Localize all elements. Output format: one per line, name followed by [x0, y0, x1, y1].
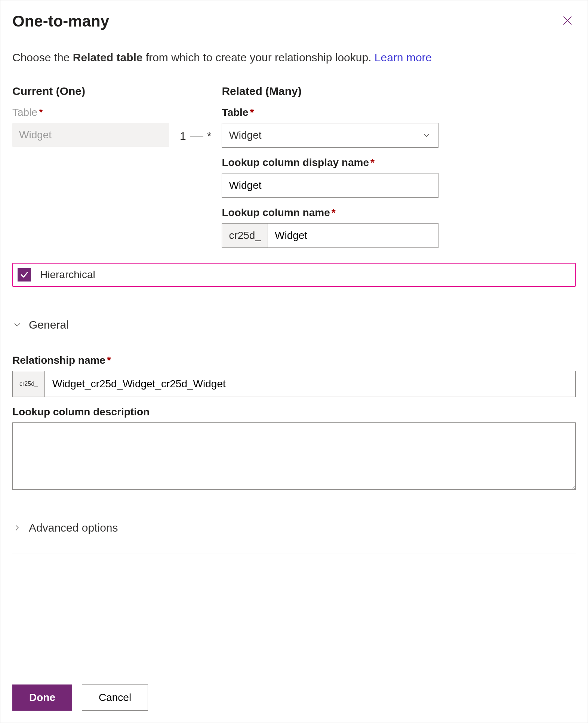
chevron-down-icon	[422, 130, 431, 140]
relation-notation: 1 *	[180, 85, 211, 142]
intro-suffix: from which to create your relationship l…	[143, 51, 375, 64]
panel-title: One-to-many	[12, 12, 109, 30]
current-table-field: Widget	[12, 123, 169, 147]
relationship-name-label: Relationship name*	[12, 354, 576, 366]
lookup-name-label: Lookup column name*	[222, 207, 438, 219]
general-section-toggle[interactable]: General	[12, 319, 576, 331]
columns-row: Current (One) Table* Widget 1 * Related …	[12, 85, 576, 248]
one-to-many-panel: One-to-many Choose the Related table fro…	[0, 0, 588, 723]
panel-header: One-to-many	[12, 12, 576, 30]
lookup-description-label: Lookup column description	[12, 406, 576, 418]
hierarchical-highlight: Hierarchical	[12, 263, 576, 287]
lookup-name-prefix: cr25d_	[222, 224, 268, 247]
related-table-label: Table*	[222, 107, 438, 119]
relationship-name-input[interactable]	[45, 371, 575, 397]
required-asterisk: *	[370, 157, 375, 168]
related-heading: Related (Many)	[222, 85, 438, 98]
current-table-label: Table*	[12, 107, 169, 119]
done-button[interactable]: Done	[12, 684, 72, 711]
relationship-name-input-wrap: cr25d_	[12, 371, 576, 397]
advanced-section-toggle[interactable]: Advanced options	[12, 522, 576, 534]
chevron-right-icon	[12, 523, 22, 533]
footer: Done Cancel	[12, 670, 576, 711]
relationship-name-prefix: cr25d_	[13, 371, 45, 397]
lookup-display-input[interactable]	[222, 173, 438, 198]
related-table-value: Widget	[229, 129, 261, 141]
related-column: Related (Many) Table* Widget Lookup colu…	[222, 85, 438, 248]
divider	[12, 505, 576, 505]
cancel-button[interactable]: Cancel	[82, 684, 148, 711]
current-column: Current (One) Table* Widget	[12, 85, 169, 147]
divider	[12, 302, 576, 302]
advanced-heading: Advanced options	[29, 522, 118, 534]
check-icon	[20, 270, 29, 279]
relationship-name-label-text: Relationship name	[12, 354, 105, 366]
general-heading: General	[29, 319, 69, 331]
hierarchical-checkbox[interactable]	[18, 268, 31, 281]
lookup-description-textarea[interactable]	[12, 422, 576, 490]
intro-bold: Related table	[73, 51, 143, 64]
lookup-name-input[interactable]	[268, 224, 438, 247]
lookup-display-label: Lookup column display name*	[222, 157, 438, 169]
close-icon	[562, 15, 573, 26]
lookup-name-label-text: Lookup column name	[222, 207, 330, 218]
chevron-down-icon	[12, 320, 22, 330]
required-asterisk: *	[107, 354, 111, 366]
current-table-label-text: Table	[12, 107, 37, 118]
required-asterisk: *	[39, 107, 43, 118]
hierarchical-label: Hierarchical	[40, 269, 95, 281]
relation-one: 1	[180, 130, 186, 142]
required-asterisk: *	[332, 207, 336, 218]
close-button[interactable]	[559, 12, 576, 29]
related-table-select[interactable]: Widget	[222, 123, 438, 148]
intro-prefix: Choose the	[12, 51, 73, 64]
relation-many: *	[207, 130, 212, 142]
lookup-name-input-wrap: cr25d_	[222, 223, 438, 248]
required-asterisk: *	[250, 107, 254, 118]
intro-text: Choose the Related table from which to c…	[12, 51, 576, 64]
learn-more-link[interactable]: Learn more	[375, 51, 432, 64]
divider	[12, 554, 576, 554]
current-heading: Current (One)	[12, 85, 169, 98]
related-table-label-text: Table	[222, 107, 248, 118]
lookup-display-label-text: Lookup column display name	[222, 157, 369, 168]
relation-line-icon	[190, 136, 203, 136]
